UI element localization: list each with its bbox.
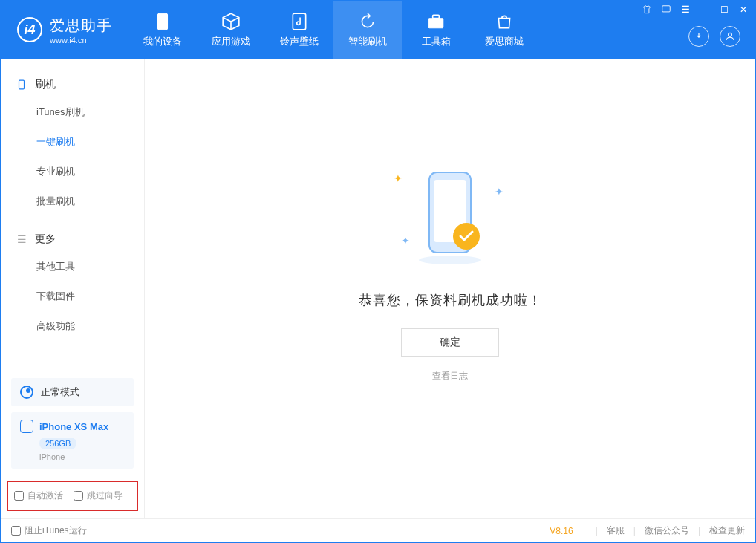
block-itunes-label: 阻止iTunes运行 (25, 524, 87, 537)
app-name: 爱思助手 (50, 16, 112, 36)
menu-icon[interactable]: ☰ (680, 4, 691, 16)
tab-label: 智能刷机 (348, 35, 387, 48)
confirm-button[interactable]: 确定 (401, 328, 499, 357)
tab-label: 工具箱 (422, 35, 451, 48)
sidebar-section-flash: 刷机 (1, 72, 144, 97)
device-mode-card[interactable]: 正常模式 (11, 378, 134, 406)
sidebar-item-itunes-flash[interactable]: iTunes刷机 (1, 97, 144, 127)
footer-link-wechat[interactable]: 微信公众号 (645, 524, 689, 537)
svg-rect-6 (19, 80, 25, 89)
phone-icon (153, 12, 172, 31)
footer-bar: 阻止iTunes运行 V8.16 | 客服 | 微信公众号 | 检查更新 (1, 518, 755, 542)
tab-ringtone-wallpaper[interactable]: 铃声壁纸 (265, 1, 333, 59)
success-illustration: ✦ ✦ ✦ (398, 165, 502, 272)
auto-activate-label: 自动激活 (27, 490, 63, 502)
sidebar-item-advanced[interactable]: 高级功能 (1, 311, 144, 341)
main-content: ✦ ✦ ✦ 恭喜您，保资料刷机成功啦！ 确定 查看日志 (145, 59, 755, 518)
user-button[interactable] (720, 26, 740, 47)
minimize-icon[interactable]: ─ (699, 4, 711, 16)
tab-label: 爱思商城 (485, 35, 524, 48)
sidebar-item-oneclick-flash[interactable]: 一键刷机 (1, 127, 144, 157)
sparkle-icon: ✦ (394, 172, 403, 184)
version-label: V8.16 (550, 526, 573, 536)
device-type: iPhone (39, 452, 125, 461)
skip-guide-input[interactable] (74, 491, 83, 501)
mode-icon (20, 386, 33, 399)
sidebar-item-batch-flash[interactable]: 批量刷机 (1, 186, 144, 216)
cube-icon (221, 12, 241, 31)
sidebar-item-download-firmware[interactable]: 下载固件 (1, 282, 144, 311)
sidebar-section-more: ☰ 更多 (1, 227, 144, 252)
header: i4 爱思助手 www.i4.cn 我的设备 应用游戏 铃声壁纸 智能刷机 (1, 1, 755, 59)
tab-apps-games[interactable]: 应用游戏 (197, 1, 265, 59)
sidebar-footer-options: 自动激活 跳过向导 (7, 481, 138, 511)
svg-rect-3 (433, 15, 440, 18)
list-icon: ☰ (16, 233, 27, 245)
window-controls: ☰ ─ ☐ ✕ (641, 4, 749, 16)
device-name: iPhone XS Max (39, 421, 108, 432)
sidebar-device-panel: 正常模式 iPhone XS Max 256GB iPhone (1, 371, 144, 476)
download-button[interactable] (688, 26, 709, 47)
tab-toolbox[interactable]: 工具箱 (402, 1, 470, 59)
auto-activate-input[interactable] (14, 491, 24, 501)
sidebar: 刷机 iTunes刷机 一键刷机 专业刷机 批量刷机 ☰ 更多 其他工具 下载固… (1, 59, 145, 518)
sidebar-item-pro-flash[interactable]: 专业刷机 (1, 157, 144, 186)
sparkle-icon: ✦ (495, 186, 504, 198)
svg-rect-0 (158, 13, 168, 30)
tab-my-device[interactable]: 我的设备 (128, 1, 197, 59)
checkbox-skip-guide[interactable]: 跳过向导 (74, 490, 123, 502)
bag-icon (495, 12, 514, 31)
footer-link-customer-service[interactable]: 客服 (607, 524, 625, 537)
logo-text: 爱思助手 www.i4.cn (50, 16, 112, 45)
tab-smart-flash[interactable]: 智能刷机 (333, 1, 402, 59)
section-title: 刷机 (35, 78, 56, 91)
checkbox-block-itunes[interactable]: 阻止iTunes运行 (11, 524, 87, 537)
block-itunes-input[interactable] (11, 526, 21, 536)
tab-label: 我的设备 (143, 35, 182, 48)
body: 刷机 iTunes刷机 一键刷机 专业刷机 批量刷机 ☰ 更多 其他工具 下载固… (1, 59, 755, 518)
toolbox-icon (426, 12, 446, 31)
svg-rect-2 (428, 18, 443, 27)
footer-link-check-update[interactable]: 检查更新 (709, 524, 745, 537)
sidebar-content: 刷机 iTunes刷机 一键刷机 专业刷机 批量刷机 ☰ 更多 其他工具 下载固… (1, 59, 144, 371)
nav-tabs: 我的设备 应用游戏 铃声壁纸 智能刷机 工具箱 爱思商城 (128, 1, 538, 59)
svg-rect-4 (662, 6, 671, 12)
tab-label: 应用游戏 (212, 35, 250, 48)
svg-point-7 (419, 256, 481, 264)
device-outline-icon (16, 79, 27, 91)
device-capacity: 256GB (39, 438, 76, 449)
success-title: 恭喜您，保资料刷机成功啦！ (359, 291, 542, 309)
shirt-icon[interactable] (641, 4, 653, 16)
app-window: i4 爱思助手 www.i4.cn 我的设备 应用游戏 铃声壁纸 智能刷机 (0, 0, 756, 543)
feedback-icon[interactable] (660, 4, 672, 16)
logo-icon: i4 (17, 17, 42, 42)
device-icon (20, 420, 33, 433)
mode-label: 正常模式 (41, 386, 79, 399)
checkbox-auto-activate[interactable]: 自动激活 (14, 490, 63, 502)
sidebar-item-other-tools[interactable]: 其他工具 (1, 252, 144, 282)
view-log-link[interactable]: 查看日志 (432, 370, 468, 383)
app-url: www.i4.cn (50, 36, 112, 45)
section-title: 更多 (35, 233, 56, 246)
svg-rect-1 (293, 13, 305, 30)
tab-label: 铃声壁纸 (280, 35, 319, 48)
close-icon[interactable]: ✕ (737, 4, 749, 16)
tab-store[interactable]: 爱思商城 (470, 1, 538, 59)
device-info-card[interactable]: iPhone XS Max 256GB iPhone (11, 412, 134, 469)
phone-success-icon (398, 165, 502, 269)
svg-point-5 (729, 33, 732, 36)
logo[interactable]: i4 爱思助手 www.i4.cn (1, 16, 128, 45)
skip-guide-label: 跳过向导 (87, 490, 123, 502)
sync-icon (358, 12, 377, 31)
header-actions (688, 26, 740, 47)
maximize-icon[interactable]: ☐ (718, 4, 730, 16)
music-file-icon (290, 12, 309, 31)
sparkle-icon: ✦ (401, 235, 410, 247)
